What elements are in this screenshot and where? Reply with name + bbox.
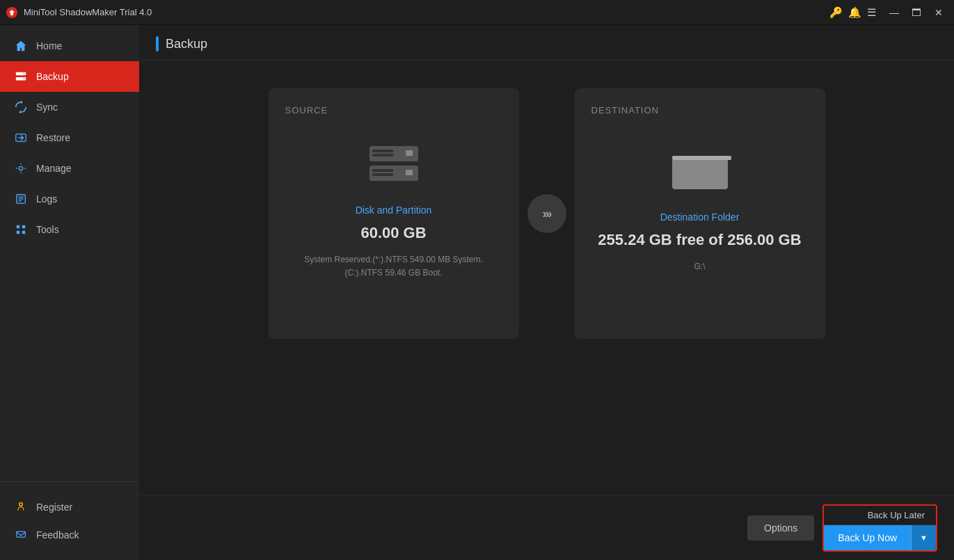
svg-point-6 xyxy=(19,166,22,170)
arrow-circle: ››› xyxy=(527,194,566,233)
source-size: 60.00 GB xyxy=(360,224,426,242)
sidebar-item-logs[interactable]: Logs xyxy=(0,184,139,214)
window-controls: — 🗖 ✕ xyxy=(884,3,948,22)
app-body: Home Backup xyxy=(0,25,954,560)
options-button[interactable]: Options xyxy=(747,515,814,541)
svg-point-4 xyxy=(23,78,25,80)
app-title: MiniTool ShadowMaker Trial 4.0 xyxy=(24,7,829,17)
home-icon xyxy=(14,39,28,53)
app-logo xyxy=(6,6,18,19)
arrow-connector: ››› xyxy=(519,88,575,339)
restore-icon xyxy=(14,131,28,145)
bell-icon[interactable]: 🔔 xyxy=(848,6,861,19)
svg-rect-13 xyxy=(17,231,20,234)
sidebar-nav: Home Backup xyxy=(0,25,139,481)
svg-rect-26 xyxy=(672,156,731,160)
disk-icon xyxy=(363,143,425,188)
svg-rect-23 xyxy=(372,173,393,176)
tools-icon xyxy=(14,223,28,237)
svg-rect-20 xyxy=(406,150,413,156)
svg-point-15 xyxy=(19,503,23,506)
menu-icon[interactable]: ☰ xyxy=(867,6,876,19)
content-footer: Options Back Up Later Back Up Now ▼ xyxy=(139,495,954,560)
sidebar-bottom: Register Feedback xyxy=(0,481,139,560)
sidebar-item-feedback[interactable]: Feedback xyxy=(0,521,139,549)
svg-rect-14 xyxy=(22,231,26,234)
header-accent xyxy=(156,36,159,51)
key-icon[interactable]: 🔑 xyxy=(829,6,843,19)
register-icon xyxy=(14,500,28,514)
svg-rect-22 xyxy=(372,169,393,172)
folder-icon xyxy=(669,143,731,195)
backup-icon xyxy=(14,70,28,83)
svg-rect-16 xyxy=(17,531,26,537)
source-card[interactable]: SOURCE Disk and Partit xyxy=(269,88,519,339)
destination-free-space: 255.24 GB free of 256.00 GB xyxy=(598,231,801,249)
feedback-icon xyxy=(14,528,28,542)
svg-rect-12 xyxy=(22,225,26,229)
destination-path: G:\ xyxy=(694,260,705,273)
main-content: Backup SOURCE xyxy=(139,25,954,560)
sidebar: Home Backup xyxy=(0,25,139,560)
maximize-button[interactable]: 🗖 xyxy=(907,3,926,22)
source-subtitle: Disk and Partition xyxy=(356,205,432,216)
sidebar-item-manage[interactable]: Manage xyxy=(0,153,139,184)
sidebar-label-feedback: Feedback xyxy=(36,529,79,541)
backup-area: SOURCE Disk and Partit xyxy=(139,61,954,495)
close-button[interactable]: ✕ xyxy=(929,3,948,22)
svg-rect-24 xyxy=(406,170,413,175)
sidebar-item-backup[interactable]: Backup xyxy=(0,61,139,92)
svg-point-3 xyxy=(23,73,25,75)
sidebar-item-restore[interactable]: Restore xyxy=(0,122,139,153)
source-detail: System Reserved.(*:).NTFS 549.00 MB Syst… xyxy=(304,253,483,280)
sidebar-label-tools: Tools xyxy=(36,224,59,235)
svg-rect-25 xyxy=(672,159,728,189)
svg-rect-11 xyxy=(17,225,20,229)
backup-now-dropdown[interactable]: ▼ xyxy=(911,525,936,550)
manage-icon xyxy=(14,161,28,175)
source-label: SOURCE xyxy=(285,105,328,115)
svg-rect-18 xyxy=(372,150,393,152)
sidebar-item-home[interactable]: Home xyxy=(0,31,139,61)
sidebar-label-backup: Backup xyxy=(36,71,69,82)
sidebar-item-register[interactable]: Register xyxy=(0,493,139,521)
sync-icon xyxy=(14,100,28,114)
backup-button-group: Back Up Later Back Up Now ▼ xyxy=(822,504,937,552)
sidebar-label-manage: Manage xyxy=(36,163,72,174)
sidebar-item-sync[interactable]: Sync xyxy=(0,92,139,122)
title-bar: MiniTool ShadowMaker Trial 4.0 🔑 🔔 ☰ — 🗖… xyxy=(0,0,954,25)
sidebar-label-home: Home xyxy=(36,40,62,51)
backup-now-button[interactable]: Back Up Now xyxy=(824,525,911,550)
sidebar-label-logs: Logs xyxy=(36,193,57,205)
minimize-button[interactable]: — xyxy=(884,3,904,22)
title-bar-utility-icons: 🔑 🔔 ☰ xyxy=(829,6,876,19)
backup-now-row: Back Up Now ▼ xyxy=(824,525,936,550)
sidebar-label-restore: Restore xyxy=(36,132,70,143)
content-header: Backup xyxy=(139,25,954,61)
sidebar-item-tools[interactable]: Tools xyxy=(0,214,139,245)
logs-icon xyxy=(14,192,28,206)
destination-subtitle: Destination Folder xyxy=(660,211,740,223)
svg-rect-19 xyxy=(372,154,393,157)
destination-card[interactable]: DESTINATION Destination Folder 255.24 GB… xyxy=(575,88,825,339)
backup-later-button[interactable]: Back Up Later xyxy=(824,506,936,525)
sidebar-label-sync: Sync xyxy=(36,102,58,113)
sidebar-label-register: Register xyxy=(36,502,72,513)
page-title: Backup xyxy=(166,37,207,51)
destination-label: DESTINATION xyxy=(591,105,659,115)
